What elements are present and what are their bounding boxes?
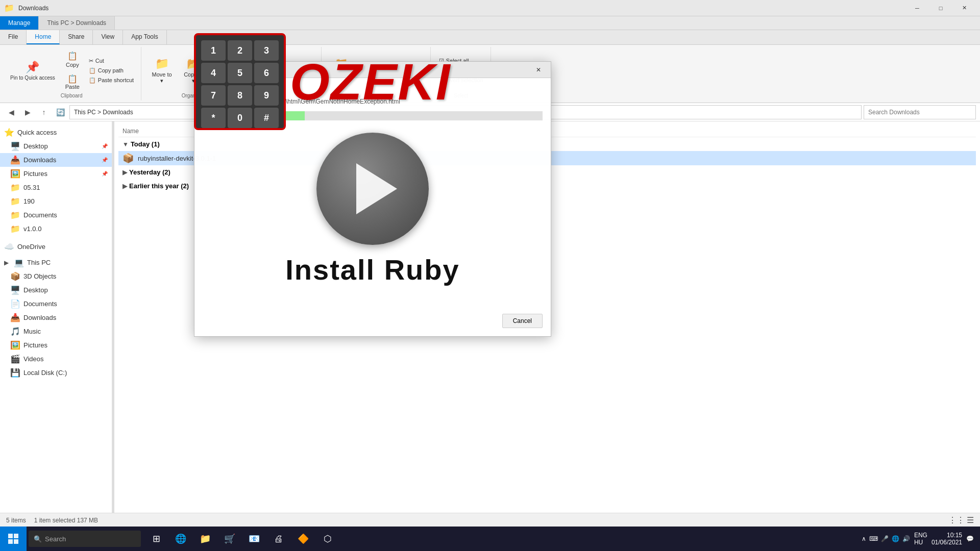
up-button[interactable]: ↑: [37, 105, 51, 119]
pin-quickaccess-button[interactable]: 📌 Pin to Quick access: [6, 59, 59, 83]
refresh-button[interactable]: 🔄: [53, 105, 67, 119]
cut-button[interactable]: ✂ Cut: [86, 57, 137, 65]
clock: 10:15 01/06/2021: [932, 532, 962, 546]
back-button[interactable]: ◀: [4, 105, 18, 119]
title-bar-controls: ─ □ ✕: [905, 0, 976, 16]
sidebar-item-onedrive[interactable]: ☁️ OneDrive: [0, 240, 112, 254]
store-button[interactable]: 🛒: [218, 527, 241, 551]
paste-icon: 📋: [67, 74, 78, 84]
desktop-pc-icon: 🖥️: [10, 285, 20, 295]
status-bar: 5 items 1 item selected 137 MB ⋮⋮ ☰: [0, 513, 980, 527]
numpad-key-0[interactable]: 0: [228, 108, 252, 128]
copy-path-button[interactable]: 📋 Copy path: [86, 66, 137, 75]
sidebar-item-local-disk[interactable]: 💾 Local Disk (C:): [0, 366, 112, 380]
progress-bar: [203, 111, 543, 120]
numpad-key-7[interactable]: 7: [201, 85, 226, 106]
network-icon: 🌐: [892, 535, 899, 542]
sidebar-item-0531[interactable]: 📁 05.31: [0, 181, 112, 194]
desktop-quick-icon: 🖥️: [10, 141, 20, 151]
file-explorer-taskbar[interactable]: 📁: [194, 527, 216, 551]
window-title: Downloads: [18, 5, 905, 12]
paste-button[interactable]: 📋 Paste: [60, 72, 85, 92]
edge-button[interactable]: 🌐: [169, 527, 192, 551]
mail-button[interactable]: 📧: [243, 527, 265, 551]
sidebar-item-v100[interactable]: 📁 v1.0.0: [0, 222, 112, 236]
numpad-key-2[interactable]: 2: [228, 40, 252, 61]
numpad-key-8[interactable]: 8: [228, 85, 252, 106]
minimize-button[interactable]: ─: [905, 0, 929, 16]
sidebar-item-downloads-quick[interactable]: 📥 Downloads 📌: [0, 153, 112, 167]
this-pc-icon: 💻: [14, 258, 24, 267]
quick-access-icon: ⭐: [4, 128, 14, 137]
onedrive-icon: ☁️: [4, 242, 14, 252]
sidebar-item-documents-pc[interactable]: 📄 Documents: [0, 297, 112, 311]
numpad: 123456789*0#: [194, 33, 286, 130]
folder-0531-icon: 📁: [10, 183, 20, 192]
copy-button[interactable]: 📋 Copy: [60, 49, 85, 70]
close-button[interactable]: ✕: [952, 0, 976, 16]
taskbar-icons: ⊞ 🌐 📁 🛒 📧 🖨 🔶 ⬡: [145, 527, 339, 551]
sidebar-item-desktop-pc[interactable]: 🖥️ Desktop: [0, 283, 112, 297]
clipboard-label: Clipboard: [61, 93, 83, 98]
tab-app-tools[interactable]: App Tools: [123, 30, 166, 44]
numpad-key-#[interactable]: #: [254, 108, 279, 128]
sidebar-item-music[interactable]: 🎵 Music: [0, 324, 112, 338]
view-icons[interactable]: ⋮⋮ ☰: [948, 515, 974, 525]
extract-label: Extracting files...: [203, 86, 543, 94]
chevron-icon[interactable]: ∧: [862, 535, 866, 542]
pin-indicator: 📌: [102, 143, 108, 149]
sidebar-item-this-pc[interactable]: ▶ 💻 This PC: [0, 256, 112, 269]
numpad-key-4[interactable]: 4: [201, 63, 226, 83]
numpad-key-6[interactable]: 6: [254, 63, 279, 83]
taskbar-search[interactable]: 🔍 Search: [29, 531, 141, 547]
items-count: 5 items: [6, 517, 26, 524]
move-icon: 📁: [155, 57, 169, 70]
microphone-icon: 🎤: [881, 535, 889, 542]
pin-indicator-dl: 📌: [102, 157, 108, 163]
sidebar-item-documents-quick[interactable]: 📁 Documents: [0, 208, 112, 222]
sidebar-item-3d-objects[interactable]: 📦 3D Objects: [0, 269, 112, 283]
task-view-button[interactable]: ⊞: [145, 527, 167, 551]
tab-view[interactable]: View: [93, 30, 123, 44]
sidebar-item-desktop-quick[interactable]: 🖥️ Desktop 📌: [0, 139, 112, 153]
sidebar-item-quick-access[interactable]: ⭐ Quick access: [0, 126, 112, 139]
copy-path-icon: 📋: [89, 67, 96, 74]
music-icon: 🎵: [10, 327, 20, 336]
sidebar-item-videos[interactable]: 🎬 Videos: [0, 352, 112, 366]
play-button[interactable]: [316, 133, 429, 245]
sidebar-item-190[interactable]: 📁 190: [0, 194, 112, 208]
documents-icon: 📁: [10, 210, 20, 220]
cancel-button[interactable]: Cancel: [502, 314, 543, 328]
move-to-button[interactable]: 📁 Move to ▾: [146, 55, 177, 86]
printer-button[interactable]: 🖨: [267, 527, 290, 551]
maximize-button[interactable]: □: [929, 0, 952, 16]
numpad-key-*[interactable]: *: [201, 108, 226, 128]
tab-manage[interactable]: Manage: [0, 16, 39, 30]
taskbar: 🔍 Search ⊞ 🌐 📁 🛒 📧 🖨 🔶 ⬡ ∧ ⌨ 🎤 🌐 🔊 ENG H…: [0, 527, 980, 551]
numpad-key-5[interactable]: 5: [228, 63, 252, 83]
video-close-button[interactable]: ✕: [530, 62, 547, 78]
start-button[interactable]: [0, 527, 27, 551]
extract-path: C:\Ruby30-x64\share\doc\ruby\html\Gem\Ge…: [203, 98, 543, 105]
forward-button[interactable]: ▶: [20, 105, 35, 119]
sidebar-item-pictures-quick[interactable]: 🖼️ Pictures 📌: [0, 167, 112, 181]
sidebar-item-downloads-pc[interactable]: 📥 Downloads: [0, 311, 112, 324]
ribbon-tabs: Manage This PC > Downloads: [0, 16, 980, 30]
downloads-quick-icon: 📥: [10, 155, 20, 165]
videos-icon: 🎬: [10, 354, 20, 364]
tab-file[interactable]: File: [0, 30, 27, 44]
pin-icon: 📌: [26, 61, 39, 74]
system-tray: ∧ ⌨ 🎤 🌐 🔊: [862, 535, 910, 542]
folder-190-icon: 📁: [10, 196, 20, 206]
app1-button[interactable]: 🔶: [292, 527, 314, 551]
paste-shortcut-button[interactable]: 📋 Paste shortcut: [86, 76, 137, 85]
numpad-key-9[interactable]: 9: [254, 85, 279, 106]
notification-button[interactable]: 💬: [966, 535, 974, 542]
sidebar-item-pictures-pc[interactable]: 🖼️ Pictures: [0, 338, 112, 352]
search-input[interactable]: [864, 105, 976, 119]
tab-home[interactable]: Home: [27, 30, 60, 44]
numpad-key-3[interactable]: 3: [254, 40, 279, 61]
numpad-key-1[interactable]: 1: [201, 40, 226, 61]
tab-share[interactable]: Share: [60, 30, 93, 44]
app2-button[interactable]: ⬡: [316, 527, 339, 551]
